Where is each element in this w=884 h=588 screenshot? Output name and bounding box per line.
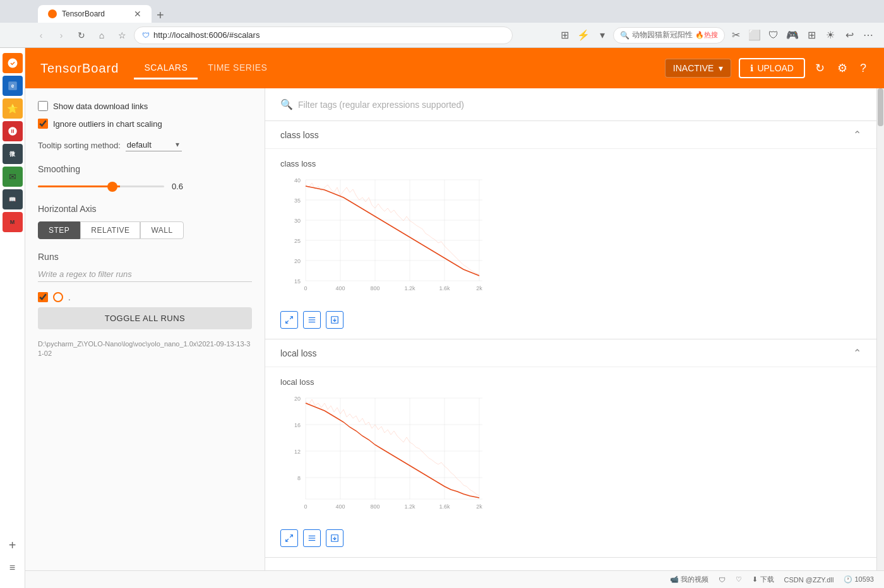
run-path: D:\pycharm_Z\YOLO-Nano\log\voc\yolo_nano… <box>38 339 252 359</box>
tab-favicon <box>48 9 57 18</box>
cut-icon[interactable]: ✂ <box>727 27 744 44</box>
tb-navigation: SCALARS TIME SERIES <box>134 57 277 79</box>
ext-icon-4[interactable] <box>3 121 23 141</box>
collapse-icon-class-loss: ⌃ <box>853 129 861 141</box>
axis-step-button[interactable]: STEP <box>38 221 80 239</box>
svg-text:e: e <box>11 83 14 89</box>
svg-text:20: 20 <box>294 396 301 402</box>
axis-relative-button[interactable]: RELATIVE <box>80 221 140 239</box>
settings-button[interactable]: ⚙ <box>835 59 850 78</box>
expand-chart-class-loss[interactable] <box>280 311 298 329</box>
tooltip-sort-select-wrapper: default ascending descending <box>126 139 182 151</box>
data-table-class-loss[interactable] <box>303 311 321 329</box>
toggle-all-runs-button[interactable]: TOGGLE ALL RUNS <box>38 307 252 329</box>
bookmark-button[interactable]: ☆ <box>114 27 130 44</box>
refresh-button[interactable]: ↻ <box>813 59 827 78</box>
help-button[interactable]: ? <box>857 59 869 78</box>
translate-icon[interactable]: ⬜ <box>746 27 763 44</box>
menu-icon[interactable]: ≡ <box>3 558 23 578</box>
svg-point-0 <box>8 59 17 68</box>
svg-text:2k: 2k <box>476 285 482 291</box>
nav-scalars[interactable]: SCALARS <box>134 57 198 79</box>
nav-icon-1[interactable]: ⚡ <box>575 27 592 44</box>
svg-text:25: 25 <box>294 238 301 244</box>
svg-text:8: 8 <box>297 475 301 481</box>
runs-filter-input[interactable] <box>38 267 252 282</box>
filter-input[interactable] <box>298 100 861 110</box>
grid-icon[interactable]: ⊞ <box>803 27 820 44</box>
tab-close-button[interactable]: ✕ <box>134 9 141 19</box>
tb-sidebar: Show data download links Ignore outliers… <box>25 88 265 570</box>
svg-text:35: 35 <box>294 197 301 204</box>
browser-tab[interactable]: TensorBoard ✕ <box>38 5 152 23</box>
expand-chart-local-loss[interactable] <box>280 529 298 547</box>
back-button[interactable]: ‹ <box>33 27 49 44</box>
svg-text:400: 400 <box>335 503 345 510</box>
chart-title-class-loss: class loss <box>280 159 861 168</box>
download-chart-local-loss[interactable] <box>326 529 343 547</box>
svg-text:12: 12 <box>294 449 301 455</box>
ext-icon-1[interactable] <box>3 53 23 73</box>
chart-svg-class-loss: 40 35 30 25 20 15 0 400 800 1.2k <box>280 173 489 306</box>
ext-icon-6[interactable]: ✉ <box>3 167 23 187</box>
search-bar[interactable]: 🔍 动物园猫新冠阳性 🔥热搜 <box>613 27 725 44</box>
smoothing-label: Smoothing <box>38 164 252 174</box>
svg-text:40: 40 <box>294 177 301 184</box>
brightness-icon[interactable]: ☀ <box>822 27 839 44</box>
download-chart-class-loss[interactable] <box>326 311 343 329</box>
nav-icon-2[interactable]: ▾ <box>594 27 611 44</box>
smoothing-slider[interactable] <box>38 185 164 187</box>
reload-button[interactable]: ↻ <box>73 27 90 44</box>
svg-text:16: 16 <box>294 422 301 428</box>
ext-icon-7[interactable]: 📖 <box>3 189 23 209</box>
game-icon[interactable]: 🎮 <box>784 27 801 44</box>
svg-text:20: 20 <box>294 258 301 264</box>
run-checkbox[interactable] <box>38 292 48 302</box>
tb-header: TensorBoard SCALARS TIME SERIES INACTIVE… <box>25 48 884 88</box>
chart-group-header-class-loss[interactable]: class loss ⌃ <box>265 121 876 149</box>
horizontal-axis-section: Horizontal Axis STEP RELATIVE WALL <box>38 204 252 239</box>
new-tab-button[interactable]: + <box>152 8 169 23</box>
shield-icon[interactable]: 🛡 <box>765 27 782 44</box>
svg-text:1.6k: 1.6k <box>439 285 450 291</box>
home-button[interactable]: ⌂ <box>93 27 110 44</box>
ignore-outliers-checkbox[interactable] <box>38 119 48 129</box>
more-menu-button[interactable]: ⋯ <box>860 27 876 44</box>
nav-time-series[interactable]: TIME SERIES <box>198 57 277 79</box>
axis-wall-button[interactable]: WALL <box>140 221 183 239</box>
add-icon[interactable]: + <box>3 535 23 555</box>
ext-icon-5[interactable]: 微 <box>3 144 23 164</box>
address-bar[interactable]: 🛡 http://localhost:6006/#scalars <box>134 26 513 44</box>
tooltip-sort-label: Tooltip sorting method: <box>38 141 121 150</box>
extensions-button[interactable]: ⊞ <box>556 27 573 44</box>
ext-icon-2[interactable]: e <box>3 76 23 96</box>
chart-group-header-local-loss[interactable]: local loss ⌃ <box>265 339 876 367</box>
inactive-dropdown[interactable]: INACTIVE ▾ <box>665 59 732 78</box>
scrollbar[interactable] <box>876 88 884 570</box>
status-bar: 📹 我的视频 🛡 ♡ ⬇ 下载 CSDN @ZZY.dll 🕐 10593 <box>25 570 884 588</box>
ignore-outliers-label: Ignore outliers in chart scaling <box>53 119 162 129</box>
upload-button[interactable]: ℹ UPLOAD <box>739 58 805 78</box>
smoothing-row: 0.6 <box>38 182 252 191</box>
chart-group-title-local-loss: local loss <box>280 348 317 358</box>
scrollbar-thumb[interactable] <box>878 88 883 126</box>
svg-text:15: 15 <box>294 278 301 285</box>
show-download-checkbox[interactable] <box>38 101 48 111</box>
undo-icon[interactable]: ↩ <box>841 27 857 44</box>
chart-svg-local-loss: 20 16 12 8 0 400 800 1.2k 1.6k 2k <box>280 392 489 524</box>
ext-icon-3[interactable]: ⭐ <box>3 98 23 119</box>
run-item: . <box>38 292 252 302</box>
tooltip-sort-select[interactable]: default ascending descending <box>126 139 182 151</box>
svg-text:0: 0 <box>304 503 307 510</box>
show-download-label: Show data download links <box>53 102 148 111</box>
data-table-local-loss[interactable] <box>303 529 321 547</box>
tb-logo: TensorBoard <box>40 61 119 76</box>
run-name: . <box>68 293 71 302</box>
svg-line-28 <box>286 320 289 323</box>
ext-icon-8[interactable]: M <box>3 212 23 232</box>
inactive-label: INACTIVE <box>673 63 714 73</box>
chart-area-local-loss: 20 16 12 8 0 400 800 1.2k 1.6k 2k <box>280 392 489 524</box>
svg-text:1.2k: 1.2k <box>404 285 415 291</box>
forward-button[interactable]: › <box>53 27 69 44</box>
tb-content: 🔍 class loss ⌃ class loss <box>265 88 876 570</box>
